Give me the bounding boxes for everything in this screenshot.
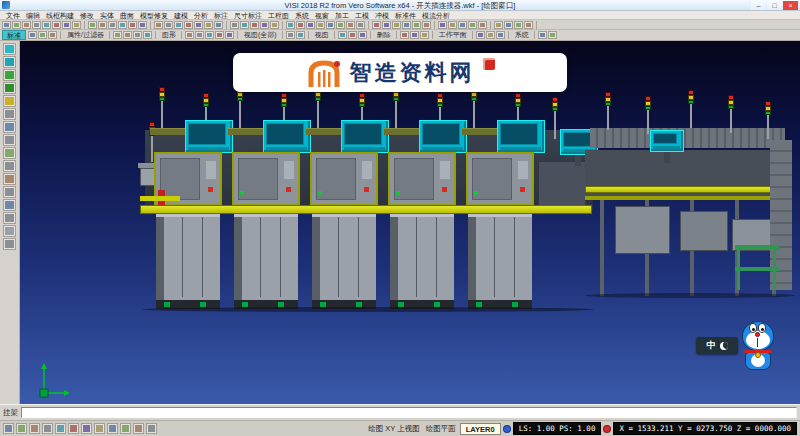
toolbar-icon[interactable] [260,21,269,29]
toolbar-icon[interactable] [204,21,213,29]
toolbar-icon[interactable] [486,31,495,39]
menu-item[interactable]: 工程图 [265,11,292,20]
toolbar-icon[interactable] [410,31,419,39]
toolbar-icon[interactable] [326,21,335,29]
toolbar-icon[interactable] [514,21,523,29]
toolbar-icon[interactable] [412,21,421,29]
left-toolbar-icon[interactable] [3,56,16,68]
toolbar-icon[interactable] [496,31,505,39]
toolbar-icon[interactable] [286,21,295,29]
snap-icon[interactable] [94,423,105,434]
left-toolbar-icon[interactable] [3,69,16,81]
left-toolbar-icon[interactable] [3,173,16,185]
toolbar-icon[interactable] [250,21,259,29]
snap-icon[interactable] [55,423,66,434]
toolbar-icon[interactable] [548,31,557,39]
toolbar-icon[interactable] [164,21,173,29]
toolbar-icon[interactable] [476,31,485,39]
toolbar-icon[interactable] [214,21,223,29]
snap-icon[interactable] [29,423,40,434]
toolbar-group-label[interactable]: 属性/过滤器 [64,30,107,40]
menu-item[interactable]: 曲面 [117,11,137,20]
menu-item[interactable]: 模流分析 [419,11,453,20]
toolbar-icon[interactable] [240,21,249,29]
workplane-status[interactable]: 绘图 XY 上视图 [366,424,422,434]
toolbar-icon[interactable] [230,21,239,29]
status-red-icon[interactable] [603,425,611,433]
toolbar-icon[interactable] [448,21,457,29]
toolbar-icon[interactable] [286,31,295,39]
toolbar-icon[interactable] [478,21,487,29]
toolbar-icon[interactable] [88,21,97,29]
menu-item[interactable]: 线框构建 [43,11,77,20]
left-toolbar-icon[interactable] [3,82,16,94]
toolbar-icon[interactable] [195,31,204,39]
command-input[interactable] [21,407,797,418]
toolbar-icon[interactable] [32,21,41,29]
snap-icon[interactable] [16,423,27,434]
toolbar-icon[interactable] [52,21,61,29]
toolbar-icon[interactable] [438,21,447,29]
toolbar-icon[interactable] [420,31,429,39]
menu-item[interactable]: 冲模 [372,11,392,20]
toolbar-icon[interactable] [358,31,367,39]
status-blue-icon[interactable] [503,425,511,433]
toolbar-group-label[interactable]: 视图 [312,30,332,40]
left-toolbar-icon[interactable] [3,95,16,107]
toolbar-icon[interactable] [316,21,325,29]
toolbar-icon[interactable] [185,31,194,39]
toolbar-group-label[interactable]: 视图(全部) [241,30,280,40]
toolbar-icon[interactable] [98,21,107,29]
drawing-plane-status[interactable]: 绘图平面 [424,424,458,434]
toolbar-icon[interactable] [422,21,431,29]
viewport[interactable]: 智造资料网 中 [20,41,800,404]
toolbar-icon[interactable] [392,21,401,29]
menu-item[interactable]: 实体 [97,11,117,20]
toolbar-icon[interactable] [296,21,305,29]
toolbar-icon[interactable] [138,21,147,29]
toolbar-icon[interactable] [12,21,21,29]
toolbar-group-label[interactable]: 图形 [159,30,179,40]
menu-item[interactable]: 视窗 [312,11,332,20]
toolbar-icon[interactable] [458,21,467,29]
toolbar-icon[interactable] [336,21,345,29]
toolbar-icon[interactable] [504,21,513,29]
toolbar-icon[interactable] [346,21,355,29]
menu-item[interactable]: 模型修复 [137,11,171,20]
close-button[interactable]: × [783,1,798,10]
toolbar-icon[interactable] [372,21,381,29]
toolbar-icon[interactable] [113,31,122,39]
toolbar-icon[interactable] [494,21,503,29]
toolbar-icon[interactable] [382,21,391,29]
toolbar-tab-active[interactable]: 标准 [2,30,26,40]
toolbar-icon[interactable] [538,31,547,39]
toolbar-icon[interactable] [184,21,193,29]
toolbar-icon[interactable] [42,21,51,29]
snap-icon[interactable] [120,423,131,434]
snap-icon[interactable] [133,423,144,434]
toolbar-group-label[interactable]: 系统 [512,30,532,40]
toolbar-icon[interactable] [296,31,305,39]
toolbar-icon[interactable] [154,21,163,29]
toolbar-icon[interactable] [468,21,477,29]
snap-icon[interactable] [3,423,14,434]
toolbar-icon[interactable] [205,31,214,39]
snap-icon[interactable] [42,423,53,434]
ime-indicator[interactable]: 中 [696,337,738,354]
left-toolbar-icon[interactable] [3,108,16,120]
menu-item[interactable]: 标注 [211,11,231,20]
toolbar-icon[interactable] [123,31,132,39]
menu-item[interactable]: 系统 [292,11,312,20]
menu-item[interactable]: 修改 [77,11,97,20]
left-toolbar-icon[interactable] [3,212,16,224]
menu-item[interactable]: 尺寸标注 [231,11,265,20]
toolbar-icon[interactable] [2,21,11,29]
toolbar-group-label[interactable]: 删除 [374,30,394,40]
maximize-button[interactable]: □ [767,1,782,10]
toolbar-icon[interactable] [174,21,183,29]
layer-selector[interactable]: LAYER0 [460,423,501,435]
toolbar-icon[interactable] [72,21,81,29]
toolbar-icon[interactable] [402,21,411,29]
toolbar-icon[interactable] [524,21,533,29]
toolbar-icon[interactable] [400,31,409,39]
